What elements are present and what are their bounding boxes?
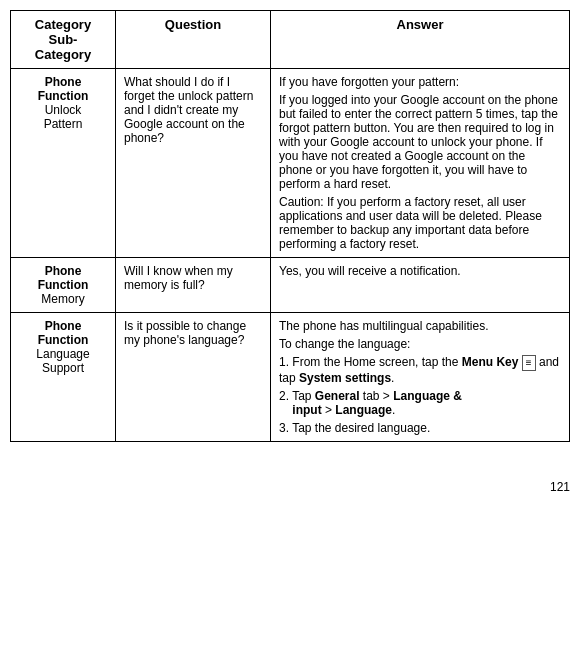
bold-system-settings: System settings [299,371,391,385]
category-memory: PhoneFunction Memory [11,258,116,313]
table-row: PhoneFunction UnlockPattern What should … [11,69,570,258]
bold-language: Language [335,403,392,417]
category-main-label-lang: PhoneFunction [38,319,89,347]
table-row: PhoneFunction Memory Will I know when my… [11,258,570,313]
category-sub-label: UnlockPattern [44,103,83,131]
bold-general: General [315,389,360,403]
header-category: CategorySub-Category [11,11,116,69]
answer-lang-intro: The phone has multilingual capabilities. [279,319,561,333]
question-memory: Will I know when my memory is full? [116,258,271,313]
answer-memory-text: Yes, you will receive a notification. [279,264,561,278]
answer-lang-step1: 1. From the Home screen, tap the Menu Ke… [279,355,561,385]
bold-menu-key: Menu Key [462,355,519,369]
answer-lang-steps-intro: To change the language: [279,337,561,351]
table-header-row: CategorySub-Category Question Answer [11,11,570,69]
answer-language: The phone has multilingual capabilities.… [271,313,570,442]
page-number: 121 [0,472,580,494]
header-answer: Answer [271,11,570,69]
question-unlock-pattern: What should I do if I forget the unlock … [116,69,271,258]
answer-lang-step3: 3. Tap the desired language. [279,421,561,435]
menu-key-icon: ≡ [522,355,536,371]
question-language: Is it possible to change my phone's lang… [116,313,271,442]
answer-memory: Yes, you will receive a notification. [271,258,570,313]
category-main-label-memory: PhoneFunction [38,264,89,292]
category-sub-label-memory: Memory [41,292,84,306]
answer-unlock-pattern: If you have forgotten your pattern: If y… [271,69,570,258]
header-question: Question [116,11,271,69]
answer-line-1: If you have forgotten your pattern: [279,75,561,89]
category-unlock-pattern: PhoneFunction UnlockPattern [11,69,116,258]
main-table: CategorySub-Category Question Answer Pho… [10,10,570,442]
answer-lang-step2: 2. Tap General tab > Language & input > … [279,389,561,417]
answer-line-3: Caution: If you perform a factory reset,… [279,195,561,251]
category-sub-label-lang: LanguageSupport [36,347,89,375]
table-row: PhoneFunction LanguageSupport Is it poss… [11,313,570,442]
category-language: PhoneFunction LanguageSupport [11,313,116,442]
page-wrapper: CategorySub-Category Question Answer Pho… [0,0,580,472]
category-main-label: PhoneFunction [38,75,89,103]
answer-line-2: If you logged into your Google account o… [279,93,561,191]
